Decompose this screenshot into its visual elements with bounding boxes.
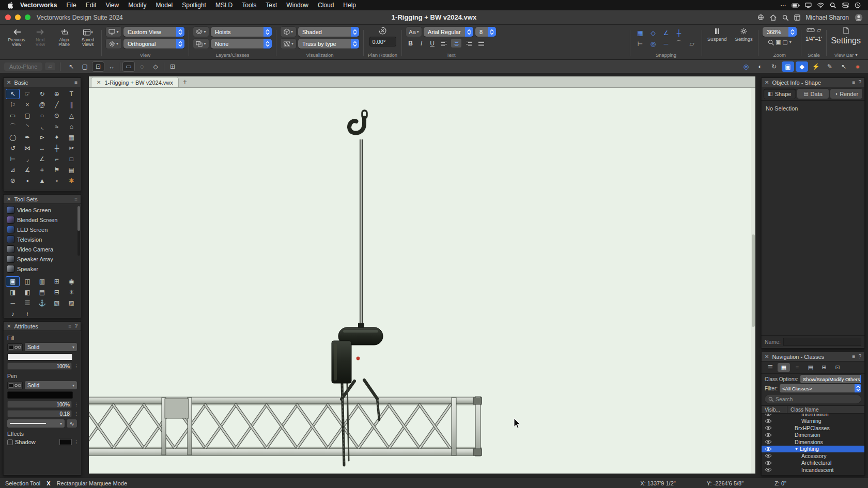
align-left-icon[interactable]: [439, 39, 449, 48]
class-row-brxhpclasses[interactable]: BrxHPClasses: [762, 424, 864, 432]
zoom-level-select[interactable]: 368%: [763, 27, 797, 37]
menu-model[interactable]: Model: [151, 2, 178, 9]
sheet-tool[interactable]: ▤: [65, 165, 79, 175]
rectangle-tool[interactable]: ▭: [6, 111, 20, 121]
wifi-icon[interactable]: [815, 1, 826, 9]
stepper-icon[interactable]: ⋮: [74, 412, 77, 416]
stepper-icon[interactable]: ⋮: [74, 440, 77, 445]
fit-page-icon[interactable]: ▢: [782, 39, 787, 45]
visibility-eye-icon[interactable]: [762, 433, 787, 437]
snap-object-icon[interactable]: ◇: [647, 28, 659, 37]
menu-help[interactable]: Help: [338, 2, 361, 9]
align-center-icon[interactable]: [451, 39, 461, 48]
close-tab-icon[interactable]: ✕: [97, 80, 101, 85]
snap-intersection-icon[interactable]: ┼: [673, 28, 685, 37]
palette-menu-icon[interactable]: ≡: [853, 80, 856, 85]
workspace-icon[interactable]: [794, 14, 800, 21]
menu-edit[interactable]: Edit: [81, 2, 101, 9]
triangle-tool[interactable]: △: [65, 111, 79, 121]
document-settings-label[interactable]: Settings: [831, 36, 861, 45]
marquee-zoom-icon[interactable]: [768, 39, 774, 45]
grid-tool[interactable]: ⌗: [35, 165, 49, 175]
select-single-mode[interactable]: ↖: [65, 61, 78, 72]
toolset-item-led-screen[interactable]: LED Screen: [4, 225, 81, 234]
speaker-array-tool[interactable]: ▤: [35, 287, 49, 297]
visibility-tool[interactable]: ⊘: [6, 176, 20, 186]
current-view-icon[interactable]: ▣: [782, 61, 794, 72]
blended-screen-tool[interactable]: ◫: [20, 276, 34, 287]
marquee-polygon-mode[interactable]: ◇: [149, 61, 162, 72]
marquee-lasso-mode[interactable]: ◌: [136, 61, 148, 72]
snap-grid-icon[interactable]: ▦: [634, 28, 646, 37]
highlight-effects-icon[interactable]: ✎: [824, 61, 836, 72]
freehand-tool[interactable]: ≈: [50, 121, 64, 132]
display-icon[interactable]: [803, 1, 813, 9]
callout-tool[interactable]: ⚐: [6, 100, 20, 110]
scale-value[interactable]: 1/4"=1': [805, 36, 822, 42]
active-class-select[interactable]: None: [211, 39, 272, 49]
fill-style-select[interactable]: Solid▾: [25, 343, 77, 351]
saved-views-button[interactable]: ▾Saved Views: [76, 27, 99, 59]
font-select[interactable]: Arial Regular: [424, 27, 473, 37]
tab-data[interactable]: ▤Data: [797, 89, 829, 99]
video-screen-tool[interactable]: ▣: [6, 276, 20, 287]
line-style-select[interactable]: ▾: [7, 419, 65, 428]
clip-tool[interactable]: □: [65, 154, 79, 164]
menu-msld[interactable]: MSLD: [211, 2, 237, 9]
toolset-item-video-screen[interactable]: Video Screen: [4, 205, 81, 215]
render-mode-select[interactable]: Shaded: [298, 27, 359, 37]
speaker-tool[interactable]: ◧: [20, 287, 34, 297]
chamfer-tool[interactable]: ∠: [35, 154, 49, 164]
battery-icon[interactable]: [791, 1, 801, 9]
line-tool[interactable]: ╱: [50, 100, 64, 110]
class-name-column-header[interactable]: Class Name: [787, 407, 818, 413]
close-icon[interactable]: ✕: [7, 196, 11, 202]
pen-style-swatch[interactable]: [7, 382, 23, 389]
tab-saved-views[interactable]: ▤: [804, 363, 817, 372]
plan-rotation-icon[interactable]: [379, 27, 386, 35]
color-wheel-icon[interactable]: ●: [851, 61, 864, 72]
hoist-tool[interactable]: ⚓: [35, 298, 49, 308]
home-icon[interactable]: [770, 14, 777, 21]
half-arc-tool[interactable]: ◟: [35, 121, 49, 132]
polygon-tool[interactable]: ⌂: [65, 121, 79, 132]
document-tab[interactable]: ✕ 1-Rigging + BW v2024.vwx: [91, 77, 179, 87]
protractor-tool[interactable]: ∡: [20, 165, 34, 175]
text-style-dropdown[interactable]: Aa▾: [406, 27, 422, 37]
bumper-tool[interactable]: ⊟: [50, 287, 64, 297]
fit-objects-icon[interactable]: ▣: [776, 39, 781, 45]
truss-display-select[interactable]: Truss by type: [298, 39, 359, 49]
lighting-device-tool[interactable]: ✳: [65, 287, 79, 297]
projection-dropdown[interactable]: ▾: [106, 39, 121, 49]
selection-options-mode[interactable]: ⊞: [166, 61, 179, 72]
snapping-settings-button[interactable]: Settings: [731, 26, 757, 59]
interactive-scaling-mode[interactable]: ⊡: [92, 61, 104, 72]
close-icon[interactable]: ✕: [765, 354, 769, 359]
snap-tangent-icon[interactable]: ⌒: [673, 39, 685, 48]
zoom-window-button[interactable]: [25, 14, 30, 20]
toolsets-scrollbar[interactable]: [78, 206, 80, 256]
menu-cloud[interactable]: Cloud: [313, 2, 338, 9]
toolset-item-blended-screen[interactable]: Blended Screen: [4, 215, 81, 225]
attribute-mapping-tool[interactable]: ✱: [65, 176, 79, 186]
tape-measure-tool[interactable]: ⊿: [6, 165, 20, 175]
double-line-tool[interactable]: ∥: [65, 100, 79, 110]
line-weight-field[interactable]: 0.18: [7, 410, 72, 417]
fillet-tool[interactable]: ◞: [20, 154, 34, 164]
flashlight-icon[interactable]: ⚡: [810, 61, 822, 72]
pen-color-swatch[interactable]: [7, 391, 73, 399]
tab-viewports[interactable]: ⊞: [818, 363, 830, 372]
menu-tools[interactable]: Tools: [237, 2, 261, 9]
rounded-rectangle-tool[interactable]: ▢: [20, 111, 34, 121]
tab-render[interactable]: ◑Render: [830, 89, 862, 99]
user-avatar[interactable]: [855, 13, 863, 22]
system-extras-icon[interactable]: ⋯: [778, 1, 788, 9]
contrast-mode-icon[interactable]: ◐: [754, 61, 766, 72]
pan-tool[interactable]: ☞: [20, 89, 34, 99]
cloud-sync-icon[interactable]: [757, 14, 764, 21]
split-tool[interactable]: ✂: [65, 143, 79, 153]
zoom-menu-chevron-icon[interactable]: ▾: [789, 40, 792, 44]
minimize-window-button[interactable]: [15, 14, 21, 20]
eyedropper-tool[interactable]: ✦: [50, 132, 64, 143]
new-tab-button[interactable]: +: [183, 77, 187, 86]
